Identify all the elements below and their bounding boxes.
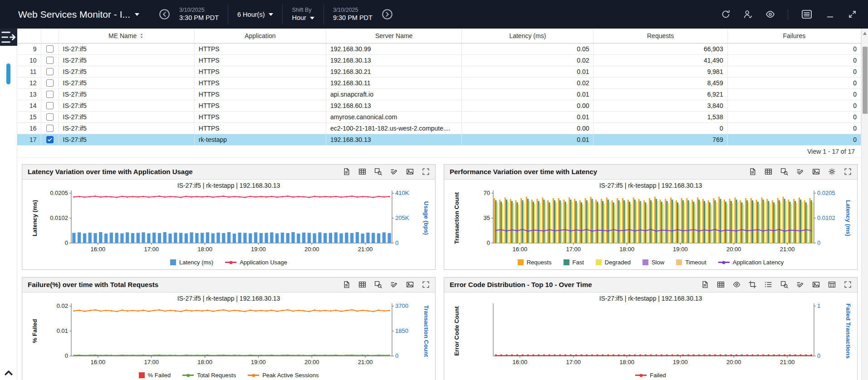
image-icon[interactable] <box>812 281 820 288</box>
zoom-icon[interactable] <box>374 168 382 175</box>
legend-swatch <box>642 259 648 265</box>
user-check-icon[interactable] <box>743 10 753 19</box>
table-row[interactable]: 17IS-27:if5rk-testapp192.168.30.130.0176… <box>17 134 861 145</box>
minimize-icon[interactable] <box>825 10 835 19</box>
legend-item[interactable]: Requests <box>518 259 552 266</box>
edit-icon[interactable] <box>390 168 398 175</box>
crop-icon[interactable] <box>749 281 756 288</box>
row-checkbox-cell <box>41 77 59 88</box>
image-icon[interactable] <box>812 168 820 175</box>
expand-icon[interactable] <box>422 281 430 288</box>
start-date: 3/10/2025 <box>179 6 219 14</box>
column-header-requests[interactable]: Requests <box>593 29 727 43</box>
panel-title: Error Code Distribution - Top 10 - Over … <box>450 281 701 288</box>
legend-item[interactable]: Application Usage <box>225 259 287 266</box>
legend-item[interactable]: Timeout <box>676 259 706 266</box>
image-icon[interactable] <box>406 168 414 175</box>
table-icon[interactable] <box>765 168 772 175</box>
row-checkbox[interactable] <box>46 136 54 143</box>
row-checkbox[interactable] <box>46 113 54 121</box>
edit-icon[interactable] <box>796 281 804 288</box>
row-checkbox[interactable] <box>46 102 54 109</box>
sort-icon[interactable] <box>139 33 144 39</box>
table-row[interactable]: 15IS-27:if5HTTPSamyrose.canonical.com0.0… <box>17 111 861 122</box>
table-icon[interactable] <box>717 281 725 288</box>
vertical-scrollbar[interactable] <box>861 29 868 380</box>
column-header-server-name[interactable]: Server Name <box>326 29 462 43</box>
row-checkbox[interactable] <box>46 79 54 87</box>
table-row[interactable]: 11IS-27:if5HTTPS192.168.30.210.019,9810 <box>17 66 861 77</box>
legend-label: Peak Active Sessions <box>262 372 319 379</box>
table-row[interactable]: 14IS-27:if5HTTPS192.168.60.130.003,8400 <box>17 100 861 111</box>
table-row[interactable]: 12IS-27:if5HTTPS192.168.30.110.028,4590 <box>17 77 861 88</box>
zoom-icon[interactable] <box>780 281 788 288</box>
refresh-icon[interactable] <box>721 10 731 19</box>
table-row[interactable]: 13IS-27:if5HTTPSapi.snapcraft.io0.016,92… <box>17 88 861 100</box>
row-checkbox[interactable] <box>46 45 54 53</box>
menu-icon[interactable] <box>801 9 813 19</box>
legend-item[interactable]: Failed <box>635 372 666 379</box>
eye-icon[interactable] <box>765 10 775 19</box>
row-number: 13 <box>17 88 41 100</box>
list-icon[interactable] <box>765 281 772 288</box>
svg-text:16:00: 16:00 <box>513 359 528 365</box>
column-label: Latency (ms) <box>509 32 546 39</box>
legend-item[interactable]: Fast <box>564 259 584 266</box>
app-title-dropdown[interactable]: Web Services Monitor - I... <box>18 9 159 20</box>
column-header-latency-ms-[interactable]: Latency (ms) <box>462 29 593 43</box>
row-checkbox[interactable] <box>46 91 54 98</box>
column-header-blank <box>17 29 41 43</box>
maximize-icon[interactable] <box>848 10 857 19</box>
scrollbar-thumb[interactable] <box>863 47 868 114</box>
next-interval-button[interactable] <box>382 9 393 20</box>
chevron-up-icon[interactable] <box>3 367 14 378</box>
table-row[interactable]: 16IS-27:if5HTTPSec2-100-21-181-182.us-we… <box>17 122 861 134</box>
duration-selector[interactable]: 6 Hour(s) <box>237 11 273 18</box>
top-bar: Web Services Monitor - I... 3/10/2025 3:… <box>0 0 868 29</box>
eye-icon[interactable] <box>733 281 740 288</box>
row-checkbox[interactable] <box>46 125 54 132</box>
legend-item[interactable]: % Failed <box>139 372 171 379</box>
column-header-application[interactable]: Application <box>194 29 326 43</box>
legend-label: Degraded <box>605 259 631 266</box>
start-datetime: 3/10/2025 3:30 PM PDT <box>179 6 219 22</box>
file-icon[interactable] <box>343 168 350 175</box>
expand-icon[interactable] <box>844 168 852 175</box>
column-header-me-name[interactable]: ME Name <box>59 29 194 43</box>
edit-icon[interactable] <box>390 281 398 288</box>
svg-text:16:00: 16:00 <box>513 246 528 253</box>
columns-icon[interactable] <box>828 281 836 288</box>
scroll-up-arrow-icon[interactable] <box>863 32 867 35</box>
legend-item[interactable]: Peak Active Sessions <box>248 372 319 379</box>
column-header-failures[interactable]: Failures <box>727 29 861 43</box>
file-icon[interactable] <box>749 168 756 175</box>
zoom-icon[interactable] <box>780 168 788 175</box>
sidebar-toggle-icon[interactable] <box>0 29 17 46</box>
image-icon[interactable] <box>406 281 414 288</box>
gear-icon[interactable] <box>828 168 836 175</box>
previous-interval-button[interactable] <box>159 9 170 20</box>
legend-item[interactable]: Total Requests <box>182 372 236 379</box>
zoom-icon[interactable] <box>374 281 382 288</box>
table-row[interactable]: 9IS-27:if5HTTPS192.168.30.990.0566,9030 <box>17 43 861 54</box>
legend-item[interactable]: Degraded <box>596 259 631 266</box>
legend-item[interactable]: Application Latency <box>718 259 784 266</box>
file-icon[interactable] <box>343 281 350 288</box>
expand-icon[interactable] <box>422 168 430 175</box>
file-icon[interactable] <box>701 281 709 288</box>
caret-down-icon <box>135 13 139 16</box>
row-checkbox[interactable] <box>46 68 54 75</box>
row-checkbox[interactable] <box>46 57 54 64</box>
table-icon[interactable] <box>358 281 366 288</box>
legend-item[interactable]: Slow <box>642 259 664 266</box>
legend-item[interactable]: Latency (ms) <box>170 259 213 266</box>
column-label: Server Name <box>375 32 412 39</box>
shift-by-selector[interactable]: Shift By Hour <box>292 6 314 22</box>
expand-icon[interactable] <box>844 281 852 288</box>
svg-text:17:00: 17:00 <box>144 359 159 365</box>
sidebar-scroll-thumb[interactable] <box>6 63 10 84</box>
svg-text:0: 0 <box>65 239 68 246</box>
table-row[interactable]: 10IS-27:if5HTTPS192.168.30.130.0241,4900 <box>17 54 861 66</box>
edit-icon[interactable] <box>796 168 804 175</box>
table-icon[interactable] <box>358 168 366 175</box>
